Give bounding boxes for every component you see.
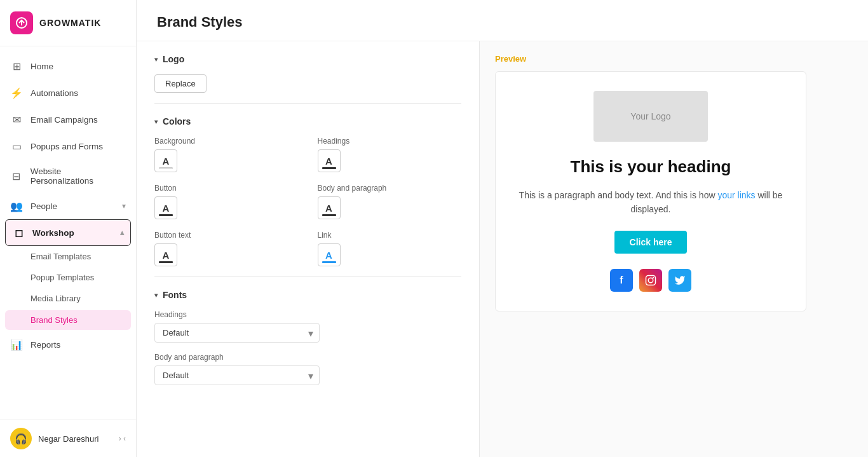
font-select-wrapper-headings: Default Arial Georgia Times New Roman Ro… — [154, 323, 320, 343]
sidebar-item-people[interactable]: 👥 People ▾ — [0, 193, 136, 219]
sub-item-email-templates[interactable]: Email Templates — [0, 246, 136, 267]
colors-section: ▾ Colors Background A Headings — [154, 116, 461, 277]
color-swatch-link[interactable]: A — [318, 243, 341, 266]
user-name: Negar Dareshuri — [38, 434, 98, 444]
color-bar-headings — [322, 167, 336, 169]
colors-section-divider — [154, 276, 461, 277]
sidebar-item-website[interactable]: ⊟ Website Personalizations — [0, 160, 136, 193]
preview-cta-button[interactable]: Click here — [614, 231, 688, 254]
sidebar: GROWMATIK ⊞ Home ⚡ Automations ✉ Email C… — [0, 0, 137, 457]
website-icon: ⊟ — [10, 170, 23, 182]
sidebar-item-popups-forms[interactable]: ▭ Popups and Forms — [0, 133, 136, 160]
workshop-sub-nav: Email Templates Popup Templates Media Li… — [0, 246, 136, 330]
sidebar-item-email-campaigns[interactable]: ✉ Email Campaigns — [0, 106, 136, 133]
font-item-body: Body and paragraph Default Arial Georgia… — [154, 353, 461, 385]
app-logo-icon — [10, 11, 33, 34]
font-select-body[interactable]: Default Arial Georgia Times New Roman Ro… — [154, 365, 320, 385]
color-swatch-background[interactable]: A — [154, 149, 177, 172]
fonts-section: ▾ Fonts Headings Default Arial Georgia T… — [154, 290, 461, 385]
logo-section-divider — [154, 103, 461, 104]
sidebar-label-home: Home — [31, 62, 53, 71]
color-swatch-button-text[interactable]: A — [154, 243, 177, 266]
svg-point-4 — [653, 277, 654, 278]
preview-heading: This is your heading — [508, 157, 793, 177]
color-grid: Background A Headings A — [154, 137, 461, 266]
color-bar-button — [159, 214, 173, 216]
svg-rect-2 — [646, 275, 656, 285]
sidebar-label-website: Website Personalizations — [31, 167, 126, 186]
color-bar-body — [322, 214, 336, 216]
left-panel: ▾ Logo Replace ▾ Colors Background — [137, 41, 480, 457]
social-instagram-icon — [639, 269, 662, 292]
people-chevron: ▾ — [122, 201, 126, 210]
workshop-chevron: ▴ — [120, 228, 124, 237]
colors-collapse-icon: ▾ — [154, 118, 158, 125]
color-a-button: A — [163, 203, 170, 214]
preview-label: Preview — [495, 54, 853, 64]
content-area: ▾ Logo Replace ▾ Colors Background — [137, 41, 868, 457]
home-icon: ⊞ — [10, 60, 23, 72]
colors-section-header[interactable]: ▾ Colors — [154, 116, 461, 126]
sidebar-label-popups: Popups and Forms — [31, 142, 103, 151]
color-item-button-text: Button text A — [154, 231, 299, 266]
font-label-body: Body and paragraph — [154, 353, 461, 362]
color-a-background: A — [163, 156, 170, 167]
preview-paragraph: This is a paragraph and body text. And t… — [508, 188, 793, 217]
social-facebook-icon: f — [610, 269, 633, 292]
color-swatch-body[interactable]: A — [318, 196, 341, 219]
preview-paragraph-text1: This is a paragraph and body text. And t… — [519, 190, 718, 200]
sidebar-label-email: Email Campaigns — [31, 115, 98, 125]
logo-section-title: Logo — [163, 54, 184, 64]
preview-card: Your Logo This is your heading This is a… — [495, 71, 806, 311]
avatar: 🎧 — [10, 428, 32, 449]
svg-point-3 — [648, 278, 653, 283]
sub-item-popup-templates[interactable]: Popup Templates — [0, 267, 136, 288]
sidebar-item-workshop[interactable]: ◻ Workshop ▴ — [5, 219, 131, 246]
sidebar-nav: ⊞ Home ⚡ Automations ✉ Email Campaigns ▭… — [0, 46, 136, 419]
sidebar-footer: 🎧 Negar Dareshuri › ‹ — [0, 419, 136, 457]
font-label-headings: Headings — [154, 310, 461, 319]
color-a-body: A — [325, 203, 332, 214]
sidebar-label-automations: Automations — [31, 88, 78, 98]
sidebar-item-automations[interactable]: ⚡ Automations — [0, 79, 136, 106]
sidebar-item-reports[interactable]: 📊 Reports — [0, 331, 136, 358]
sidebar-label-workshop: Workshop — [32, 228, 74, 238]
sidebar-item-home[interactable]: ⊞ Home — [0, 53, 136, 79]
preview-paragraph-link[interactable]: your links — [717, 190, 755, 200]
preview-button-wrapper: Click here — [508, 231, 793, 269]
color-a-link: A — [325, 250, 332, 261]
color-label-button-text: Button text — [154, 231, 299, 240]
color-a-headings: A — [325, 156, 332, 167]
footer-arrows[interactable]: › ‹ — [119, 434, 126, 443]
font-select-headings[interactable]: Default Arial Georgia Times New Roman Ro… — [154, 323, 320, 343]
sub-item-brand-styles[interactable]: Brand Styles — [5, 310, 131, 330]
right-panel: Preview Your Logo This is your heading T… — [480, 41, 868, 457]
color-label-button: Button — [154, 184, 299, 193]
social-twitter-icon — [668, 269, 691, 292]
fonts-section-header[interactable]: ▾ Fonts — [154, 290, 461, 300]
social-icons: f — [508, 269, 793, 292]
color-item-link: Link A — [318, 231, 462, 266]
color-item-body: Body and paragraph A — [318, 184, 462, 219]
popups-icon: ▭ — [10, 140, 23, 153]
color-bar-background — [159, 167, 173, 169]
reports-icon: 📊 — [10, 338, 23, 351]
color-a-button-text: A — [163, 250, 170, 261]
color-label-background: Background — [154, 137, 299, 146]
replace-logo-button[interactable]: Replace — [154, 74, 207, 93]
email-icon: ✉ — [10, 113, 23, 126]
color-swatch-button[interactable]: A — [154, 196, 177, 219]
sub-item-media-library[interactable]: Media Library — [0, 288, 136, 309]
logo-section: ▾ Logo Replace — [154, 54, 461, 104]
fonts-collapse-icon: ▾ — [154, 292, 158, 299]
color-bar-button-text — [159, 261, 173, 263]
main-header: Brand Styles — [137, 0, 868, 41]
logo-section-header[interactable]: ▾ Logo — [154, 54, 461, 64]
color-label-link: Link — [318, 231, 462, 240]
main-content: Brand Styles ▾ Logo Replace ▾ Colors — [137, 0, 868, 457]
color-bar-link — [322, 261, 336, 263]
color-item-background: Background A — [154, 137, 299, 172]
color-item-button: Button A — [154, 184, 299, 219]
font-item-headings: Headings Default Arial Georgia Times New… — [154, 310, 461, 343]
color-swatch-headings[interactable]: A — [318, 149, 341, 172]
